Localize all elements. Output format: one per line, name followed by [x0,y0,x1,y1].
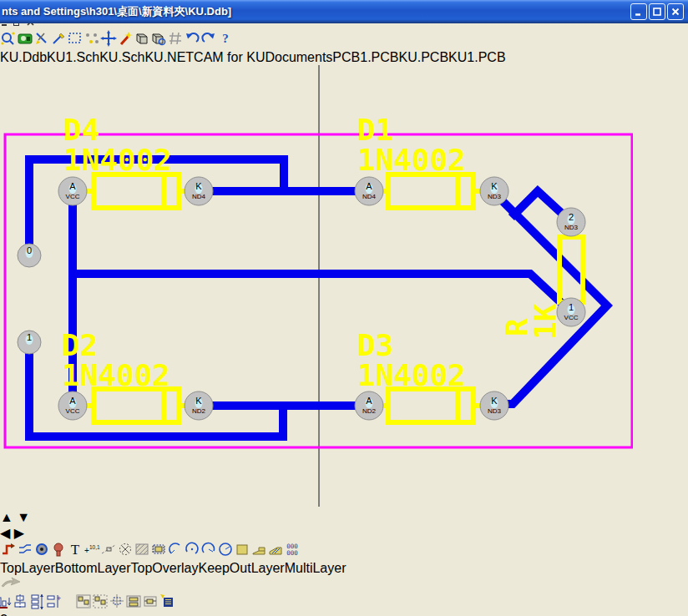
pad-1[interactable]: 1 [18,331,41,354]
align-dots-button[interactable] [83,30,100,50]
silk-label-d4[interactable]: D4 [63,113,99,147]
pad-k-nd3[interactable]: KND3 [480,391,508,420]
trace-vcc[interactable] [73,274,569,311]
string-button[interactable]: T [67,546,83,560]
paste-array-special-button[interactable] [159,598,175,612]
scroll-down-button[interactable]: ▼ [17,510,30,524]
grid-button[interactable] [167,30,184,50]
cutter-button[interactable] [33,30,50,50]
pad-a-vcc[interactable]: AVCC [58,177,87,205]
help-icon[interactable]: ? [0,613,688,616]
magnifier-button[interactable] [0,30,17,50]
draw-line-button[interactable] [50,30,67,50]
tab-cam-for-ku[interactable]: CAM for KU [194,50,265,64]
interactive-route-button[interactable] [0,546,17,560]
polygon-plane-button[interactable] [250,546,267,560]
vertical-scrollbar[interactable]: ▲ ▼ [0,510,688,525]
pad-k-nd4[interactable]: KND4 [185,177,213,205]
silk-label-d2[interactable]: D2 [62,328,98,362]
tab-ku-sch[interactable]: KU.Sch [99,50,144,64]
room-hatch-button[interactable] [134,546,150,560]
move-cross-button[interactable] [100,30,117,50]
pad-a-nd2[interactable]: AND2 [355,391,383,420]
track-button[interactable] [17,546,33,560]
maximize-button[interactable] [649,3,665,20]
tab-ku1-sch[interactable]: KU1.Sch [47,50,99,64]
component-body-d3-body[interactable] [388,389,473,422]
minimize-button[interactable] [630,3,647,20]
library-browse-button[interactable] [150,30,167,50]
via-button[interactable] [50,546,67,560]
paste-array-button[interactable]: 000000 [284,546,301,560]
layer-tab-toplayer[interactable]: TopLayer [0,561,55,575]
title-bar[interactable]: nts and Settings\h301\桌面\新資料夾\KU.Ddb] [0,0,688,23]
full-circle-icon [217,541,234,558]
arrange-components-button[interactable] [125,598,142,612]
pcb-canvas[interactable]: D41N4002D11N4002D21N4002D31N4002R1KAVCCK… [0,65,688,510]
arrange-outside-room-button[interactable] [92,598,109,612]
origin-button[interactable] [117,546,134,560]
scroll-left-button[interactable]: ◀ [0,526,10,540]
coordinate-button[interactable]: +10,10 [83,546,100,560]
help-button[interactable]: ? [217,30,234,50]
pad-part: ND4 [192,193,206,200]
silk-label-d1[interactable]: D1 [357,113,393,147]
center-on-grid-button[interactable] [109,598,125,612]
tab-documents[interactable]: Documents [265,50,332,64]
center-on-grid-icon [109,593,125,609]
silk-label-1n4002[interactable]: 1N4002 [357,143,466,177]
scroll-right-button[interactable]: ▶ [14,526,24,540]
align-bottom-button[interactable] [0,598,12,612]
pad-1-vcc[interactable]: 1VCC [557,298,585,326]
layer-tab-multilayer[interactable]: MultiLayer [285,561,347,575]
tab-ku1-pcb[interactable]: KU1.PCB [448,50,505,64]
pad-a-vcc[interactable]: AVCC [58,391,87,420]
select-area-button[interactable] [67,30,83,50]
full-circle-button[interactable] [217,546,234,560]
layer-tab-bottomlayer[interactable]: BottomLayer [55,561,131,575]
wand-icon [117,30,134,47]
scroll-up-button[interactable]: ▲ [0,510,13,524]
align-component-button[interactable] [142,598,159,612]
silk-label-d3[interactable]: D3 [357,328,393,362]
window-title: nts and Settings\h301\桌面\新資料夾\KU.Ddb] [2,4,231,19]
pad-button[interactable] [33,546,50,560]
space-vertically-button[interactable]: + [45,598,62,612]
arrange-outside-room-icon [92,593,109,609]
silk-label-1n4002[interactable]: 1N4002 [63,143,172,177]
layer-tab-topoverlay[interactable]: TopOverlay [131,561,199,575]
horizontal-scrollbar[interactable]: ◀ ▶ [0,525,688,541]
library-button[interactable] [134,30,150,50]
arc-center-button[interactable] [184,546,200,560]
pad-k-nd3[interactable]: KND3 [480,177,508,205]
component-button[interactable] [150,546,167,560]
redo-button[interactable] [200,30,217,50]
layer-tab-keepoutlayer[interactable]: KeepOutLayer [198,561,284,575]
pad-2-nd3[interactable]: 2ND3 [557,208,585,236]
pad-part: 1 [27,332,32,342]
wand-button[interactable] [117,30,134,50]
fill-button[interactable] [234,546,250,560]
tab-label: CAM for KU [194,50,265,64]
close-button[interactable] [667,3,684,20]
silk-label-1n4002[interactable]: 1N4002 [62,358,170,392]
tab-ku-ddb[interactable]: KU.Ddb [0,50,47,64]
svg-text:+: + [57,594,61,603]
silk-label-1n4002[interactable]: 1N4002 [357,358,466,392]
distribute-vertically-button[interactable] [28,598,45,612]
tab-pcb1-pcb[interactable]: PCB1.PCB [332,50,398,64]
component-body-d1-body[interactable] [388,174,473,208]
tab-ku-net[interactable]: KU.NET [144,50,194,64]
undo-button[interactable] [184,30,200,50]
pad-a-nd4[interactable]: AND4 [355,177,383,205]
dimension-button[interactable] [100,546,117,560]
align-middle-button[interactable] [12,598,28,612]
tab-ku-pcb[interactable]: KU.PCB [399,50,449,64]
pad-0[interactable]: 0 [18,244,41,267]
split-plane-button[interactable] [267,546,284,560]
arrange-within-room-button[interactable] [75,598,92,612]
browse-image-button[interactable] [17,30,33,50]
pad-k-nd2[interactable]: KND2 [185,391,213,420]
arc-edge-button[interactable] [167,546,184,560]
arc-any-button[interactable] [200,546,217,560]
